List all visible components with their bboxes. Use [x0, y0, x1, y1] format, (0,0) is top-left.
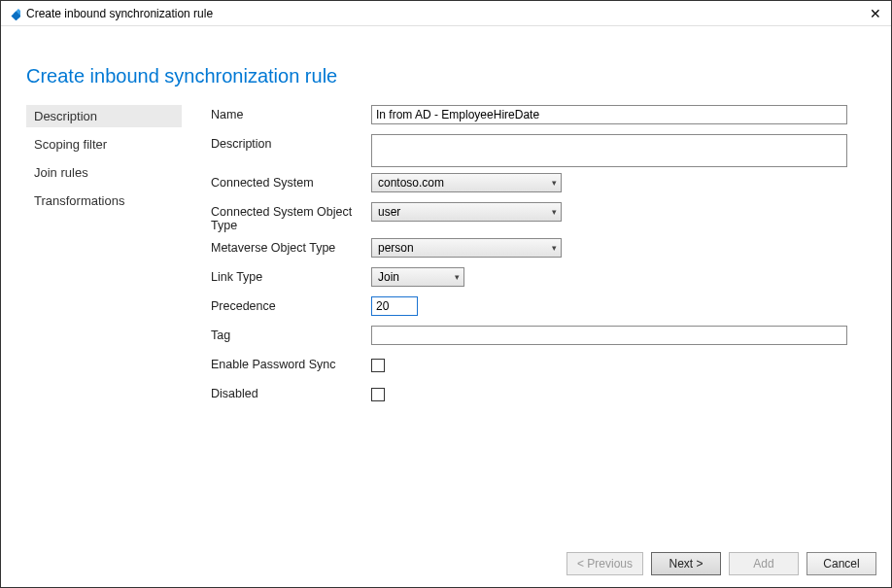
disabled-checkbox[interactable] [371, 388, 385, 401]
precedence-input[interactable] [371, 296, 418, 316]
cancel-button[interactable]: Cancel [806, 552, 876, 575]
mv-object-type-dropdown[interactable]: person ▾ [371, 238, 562, 258]
connected-system-value: contoso.com [378, 176, 444, 190]
name-input[interactable] [371, 105, 847, 124]
label-name: Name [211, 105, 371, 121]
label-mv-object-type: Metaverse Object Type [211, 238, 371, 255]
sidebar-item-description[interactable]: Description [26, 105, 182, 127]
sidebar: Description Scoping filter Join rules Tr… [26, 105, 182, 413]
cs-object-type-value: user [378, 205, 400, 219]
form: Name Description Connected System contos… [211, 105, 866, 413]
footer: < Previous Next > Add Cancel [2, 541, 890, 586]
chevron-down-icon: ▾ [552, 243, 557, 253]
sidebar-item-label: Transformations [34, 193, 124, 208]
mv-object-type-value: person [378, 241, 414, 255]
app-icon [7, 7, 20, 20]
chevron-down-icon: ▾ [455, 272, 460, 282]
cs-object-type-dropdown[interactable]: user ▾ [371, 202, 562, 222]
enable-password-sync-checkbox[interactable] [371, 359, 385, 372]
title-bar: Create inbound synchronization rule ✕ [1, 1, 891, 26]
link-type-dropdown[interactable]: Join ▾ [371, 267, 464, 287]
label-disabled: Disabled [211, 384, 371, 400]
add-button[interactable]: Add [729, 552, 799, 575]
label-tag: Tag [211, 326, 371, 342]
sidebar-item-label: Join rules [34, 165, 88, 180]
label-enable-password-sync: Enable Password Sync [211, 355, 371, 371]
previous-button[interactable]: < Previous [566, 552, 643, 575]
label-link-type: Link Type [211, 267, 371, 284]
sidebar-item-scoping-filter[interactable]: Scoping filter [26, 133, 182, 156]
chevron-down-icon: ▾ [552, 207, 557, 217]
label-connected-system: Connected System [211, 173, 371, 190]
next-button[interactable]: Next > [651, 552, 721, 575]
close-icon[interactable]: ✕ [866, 6, 885, 21]
link-type-value: Join [378, 270, 399, 284]
label-description: Description [211, 134, 371, 151]
label-precedence: Precedence [211, 296, 371, 313]
connected-system-dropdown[interactable]: contoso.com ▾ [371, 173, 562, 192]
chevron-down-icon: ▾ [552, 178, 557, 188]
description-input[interactable] [371, 134, 847, 167]
tag-input[interactable] [371, 326, 847, 345]
sidebar-item-join-rules[interactable]: Join rules [26, 161, 182, 184]
sidebar-item-transformations[interactable]: Transformations [26, 190, 182, 212]
window-title: Create inbound synchronization rule [26, 7, 866, 20]
sidebar-item-label: Description [34, 109, 97, 123]
page-title: Create inbound synchronization rule [26, 65, 866, 87]
sidebar-item-label: Scoping filter [34, 137, 107, 152]
label-cs-object-type: Connected System Object Type [211, 202, 371, 232]
